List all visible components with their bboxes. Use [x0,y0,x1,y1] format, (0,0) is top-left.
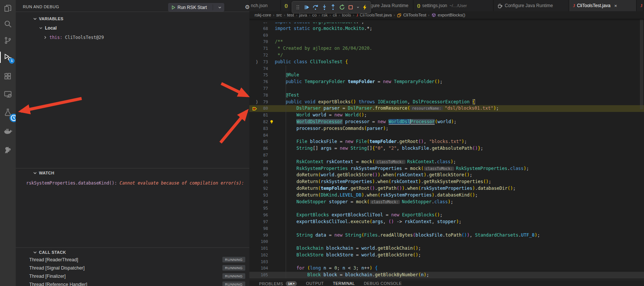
breadcrumb-folder[interactable]: src [276,13,282,17]
activity-testing-icon[interactable] [3,107,13,117]
watch-section-header[interactable]: WATCH [39,171,54,175]
glyph-margin[interactable] [249,85,258,92]
glyph-margin[interactable] [249,79,258,85]
glyph-margin[interactable] [249,52,258,59]
activity-gradle-icon[interactable] [3,146,13,155]
glyph-margin[interactable] [249,212,258,219]
code-text: import static org.mockito.Mockito.*; [275,25,644,32]
chevron-down-icon[interactable] [33,250,37,255]
call-stack-thread[interactable]: Thread [Reference Handler]RUNNING [16,280,249,286]
call-stack-thread[interactable]: Thread [Finalizer]RUNNING [16,272,249,280]
activity-docker-icon[interactable] [3,126,13,136]
editor-tab-configure-java-runtime[interactable]: Configure Java Runtime [493,0,569,11]
stop-button[interactable] [347,3,355,12]
glyph-margin[interactable] [249,199,258,206]
glyph-margin[interactable] [249,165,258,172]
glyph-margin[interactable] [249,185,258,192]
glyph-margin[interactable] [249,238,258,245]
continue-button[interactable] [303,3,311,12]
variables-scope-local[interactable]: Local [45,25,57,31]
line-number: 80 [258,105,268,112]
glyph-margin[interactable] [249,112,258,119]
variable-this[interactable]: this: CliToolsTest@29 [49,35,104,40]
chevron-down-icon[interactable] [33,17,37,21]
activity-source-control-icon[interactable] [3,36,13,45]
close-icon[interactable]: × [614,3,617,9]
restart-button[interactable] [338,3,346,12]
watch-expression[interactable]: rskSystemProperties.databaseKind(): Cann… [26,180,246,186]
editor-tab[interactable]: J [637,0,644,11]
fold-marker[interactable]: ) [249,99,258,106]
editor-scrollbar[interactable] [640,19,643,109]
glyph-margin[interactable] [249,132,258,139]
call-stack-thread[interactable]: Thread [ReaderThread]RUNNING [16,256,249,264]
stop-menu-button[interactable] [356,3,360,12]
breadcrumb-symbol[interactable]: exportBlocks() [438,13,465,17]
start-debug-dropdown[interactable]: Run RSK Start [168,3,224,12]
step-out-button[interactable] [329,3,337,12]
glyph-margin[interactable] [249,219,258,225]
activity-explorer-icon[interactable] [3,3,13,13]
activity-search-icon[interactable] [3,19,13,29]
fold-marker[interactable]: ) [249,59,258,66]
active-view-indicator [0,52,1,63]
call-stack-section-header[interactable]: CALL STACK [39,250,66,255]
glyph-margin[interactable] [249,119,258,125]
chevron-down-icon[interactable] [33,171,37,175]
glyph-margin[interactable] [249,265,258,272]
glyph-margin[interactable] [249,225,258,232]
breadcrumb-folder[interactable]: rskj-core [255,13,271,17]
glyph-margin[interactable] [249,145,258,152]
activity-run-and-debug-icon[interactable]: 1 [3,52,13,62]
breakpoint-current-line-icon[interactable] [249,105,258,112]
glyph-margin[interactable] [249,92,258,99]
editor-tab-settings-json[interactable]: {}settings.json~/…/User [413,0,493,11]
vscode-window: 1 RUN AND DEBUG Run RSK Start ⚙ ··· VARI… [0,0,644,286]
code-text: World world = new World(); [275,112,644,119]
glyph-margin[interactable] [249,192,258,199]
glyph-margin[interactable] [249,205,258,212]
glyph-margin[interactable] [249,159,258,165]
panel-tab-terminal[interactable]: TERMINAL [333,280,355,286]
glyph-margin[interactable] [249,45,258,52]
scroll-shadow [249,19,644,21]
glyph-margin[interactable] [249,39,258,45]
panel-tab-problems[interactable]: PROBLEMS1K+ [259,280,297,286]
code-editor[interactable]: 67import static org.junit.Assert.*;68imp… [249,19,644,280]
breadcrumb-symbol[interactable]: CliToolsTest [403,13,426,17]
hot-code-replace-button[interactable] [361,3,369,12]
glyph-margin[interactable] [249,125,258,132]
activity-extensions-icon[interactable] [3,72,13,81]
glyph-margin[interactable] [249,252,258,259]
line-number: 91 [258,179,268,185]
glyph-margin[interactable] [249,66,258,72]
glyph-margin[interactable] [249,179,258,185]
editor-tab-clitoolstest-java[interactable]: JCliToolsTest.java× [569,0,637,11]
panel-tab-output[interactable]: OUTPUT [306,280,324,286]
glyph-margin[interactable] [249,72,258,79]
step-over-button[interactable] [312,3,320,12]
lightbulb-icon[interactable] [268,119,275,125]
glyph-margin[interactable] [249,232,258,239]
glyph-margin[interactable] [249,259,258,265]
glyph-margin[interactable] [249,245,258,252]
panel-tab-debug-console[interactable]: DEBUG CONSOLE [364,280,402,286]
panel-tab-label: OUTPUT [306,281,324,286]
chevron-right-icon[interactable] [43,36,47,39]
variables-section-header[interactable]: VARIABLES [39,16,63,21]
tab-label: CliToolsTest.java [577,3,610,8]
chevron-down-icon[interactable] [39,26,43,30]
glyph-margin[interactable] [249,32,258,39]
glyph-margin[interactable] [249,139,258,145]
debug-config-label: Run RSK Start [177,5,213,10]
call-stack-thread[interactable]: Thread [Signal Dispatcher]RUNNING [16,264,249,272]
step-into-button[interactable] [321,3,329,12]
editor-tab-nch-json[interactable]: nch.json [249,0,281,11]
code-line-82: 82 WorldDslProcessor processor = new Wor… [249,119,644,125]
glyph-margin[interactable] [249,172,258,179]
panel-tab-label: PROBLEMS [259,282,283,286]
glyph-margin[interactable] [249,152,258,159]
glyph-margin[interactable] [249,272,258,279]
activity-remote-explorer-icon[interactable] [3,89,13,99]
glyph-margin[interactable] [249,25,258,32]
